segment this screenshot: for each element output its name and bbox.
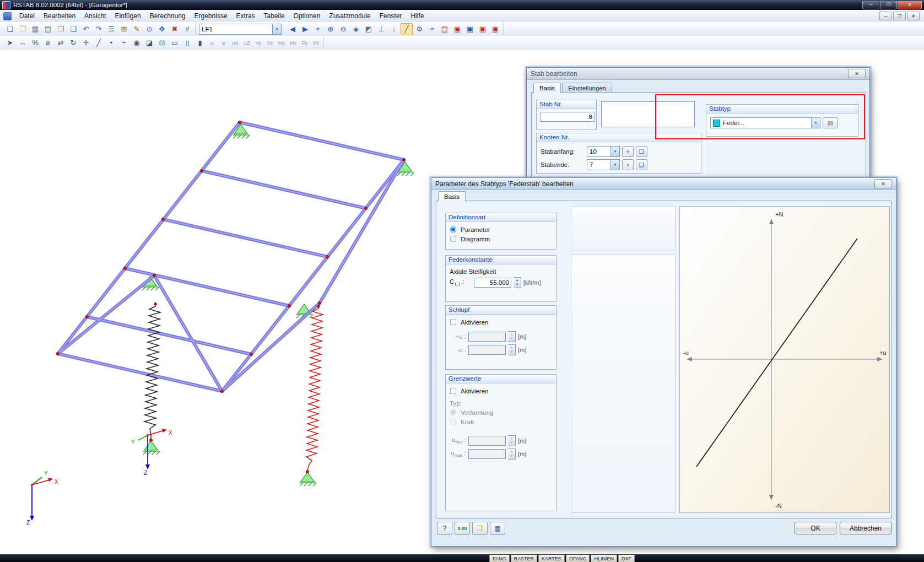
percent-snap-icon[interactable]: % bbox=[29, 37, 41, 49]
context-help-button[interactable]: ? bbox=[437, 522, 452, 535]
umin-spinner[interactable]: ▲▼ bbox=[508, 435, 516, 446]
diagramm-radio[interactable] bbox=[450, 236, 457, 242]
spring-member-black[interactable] bbox=[144, 302, 160, 440]
dialog-close-button[interactable]: ✕ bbox=[848, 69, 866, 78]
result-vz-toggle[interactable]: Vz bbox=[264, 37, 275, 49]
stab-nr-field[interactable] bbox=[541, 112, 595, 122]
stabende-combobox[interactable]: 7 ▼ bbox=[587, 159, 620, 170]
model-nodes[interactable] bbox=[56, 121, 405, 473]
rotate-icon[interactable]: ↻ bbox=[67, 37, 79, 49]
menu-item[interactable]: Fenster bbox=[375, 10, 407, 21]
umax-field[interactable] bbox=[468, 449, 506, 459]
move-icon[interactable]: ✛ bbox=[80, 37, 92, 49]
tab-einstellungen[interactable]: Einstellungen bbox=[562, 83, 612, 93]
result-vy-toggle[interactable]: Vy bbox=[253, 37, 264, 49]
show-supports-icon[interactable]: ⊥ bbox=[375, 23, 387, 35]
spring-member-red[interactable] bbox=[306, 304, 323, 471]
divide-member-icon[interactable]: ÷ bbox=[118, 37, 130, 49]
snap-toggle[interactable]: FANG bbox=[489, 555, 510, 562]
snap-toggle[interactable]: HLINIEN bbox=[591, 555, 617, 562]
loadcase-combobox[interactable]: LF1 ▼ bbox=[199, 24, 282, 35]
pick-node-button[interactable]: ⌖ bbox=[622, 146, 634, 157]
menu-item[interactable]: Optionen bbox=[289, 10, 325, 21]
open-file-icon[interactable]: ❐ bbox=[17, 23, 29, 35]
tab-basis[interactable]: Basis bbox=[533, 83, 561, 93]
dropdown-icon[interactable]: ▼ bbox=[610, 160, 619, 170]
result-phi-toggle[interactable]: φ bbox=[218, 37, 229, 49]
member-info-field[interactable] bbox=[601, 101, 695, 127]
save-icon[interactable]: ▦ bbox=[29, 23, 41, 35]
load-parameters-button[interactable]: ❐ bbox=[472, 522, 488, 535]
minus-u-spinner[interactable]: ▲▼ bbox=[508, 344, 516, 355]
save-parameters-button[interactable]: ▦ bbox=[490, 522, 505, 535]
copy-icon[interactable]: ❑ bbox=[67, 23, 79, 35]
parameter-radio[interactable] bbox=[450, 226, 457, 233]
zoom-in-icon[interactable]: ⊕ bbox=[325, 23, 337, 35]
zoom-window-icon[interactable]: ⊙ bbox=[143, 23, 155, 35]
export-pdf-icon[interactable]: ▣ bbox=[489, 23, 501, 35]
ok-button[interactable]: OK bbox=[795, 522, 836, 534]
render-model-icon[interactable]: ◩ bbox=[363, 23, 375, 35]
previous-loadcase-icon[interactable]: ◀ bbox=[287, 23, 299, 35]
pan-view-icon[interactable]: ✥ bbox=[156, 23, 168, 35]
new-node-button[interactable]: ❏ bbox=[636, 159, 647, 170]
minus-u-field[interactable] bbox=[468, 345, 506, 355]
dialog-titlebar[interactable]: Stab bearbeiten ✕ bbox=[527, 68, 869, 80]
result-ux-toggle[interactable]: uX bbox=[230, 37, 241, 49]
stabanfang-combobox[interactable]: 10 ▼ bbox=[587, 146, 620, 157]
menu-item[interactable]: Zusatzmodule bbox=[325, 10, 375, 21]
mirror-icon[interactable]: ⇄ bbox=[55, 37, 67, 49]
menu-item[interactable]: Extras bbox=[232, 10, 260, 21]
stiffness-spinner[interactable]: ▲▼ bbox=[514, 277, 521, 288]
snap-toggle[interactable]: KARTES bbox=[538, 555, 565, 562]
result-my-toggle[interactable]: My bbox=[276, 37, 287, 49]
new-file-icon[interactable]: ❏ bbox=[4, 23, 16, 35]
minimize-button[interactable]: ─ bbox=[862, 1, 879, 9]
result-pz-toggle[interactable]: Pz bbox=[311, 37, 322, 49]
result-mz-toggle[interactable]: Mz bbox=[288, 37, 299, 49]
new-member-icon[interactable]: ╱ bbox=[93, 37, 105, 49]
result-u-toggle[interactable]: u bbox=[207, 37, 218, 49]
show-loads-icon[interactable]: ↓ bbox=[388, 23, 400, 35]
print-preview-icon[interactable]: ❒ bbox=[55, 23, 67, 35]
zoom-out-icon[interactable]: ⊖ bbox=[337, 23, 349, 35]
edit-pen-icon[interactable]: ✎ bbox=[131, 23, 143, 35]
snap-grid-icon[interactable]: # bbox=[181, 23, 193, 35]
menu-item[interactable]: Tabelle bbox=[260, 10, 289, 21]
isometric-view-icon[interactable]: ◈ bbox=[350, 23, 362, 35]
tables-icon[interactable]: ⊞ bbox=[118, 23, 130, 35]
module-addon3-icon[interactable]: ▣ bbox=[477, 23, 489, 35]
umax-spinner[interactable]: ▲▼ bbox=[508, 448, 516, 460]
menu-item[interactable]: Einfügen bbox=[110, 10, 145, 21]
show-results-icon[interactable]: ≈ bbox=[426, 23, 438, 35]
visibility-icon[interactable]: ◉ bbox=[131, 37, 143, 49]
edit-member-type-button[interactable]: ▤ bbox=[823, 117, 838, 128]
plus-u-field[interactable] bbox=[468, 332, 506, 342]
mdi-minimize-button[interactable]: ─ bbox=[879, 12, 892, 20]
find-node-icon[interactable]: ⌖ bbox=[312, 23, 324, 35]
module-addon2-icon[interactable]: ▣ bbox=[464, 23, 476, 35]
verformung-radio[interactable] bbox=[450, 409, 457, 416]
print-icon[interactable]: ▤ bbox=[42, 23, 54, 35]
module-addon1-icon[interactable]: ▣ bbox=[451, 23, 463, 35]
next-loadcase-icon[interactable]: ▶ bbox=[299, 23, 311, 35]
menu-item[interactable]: Ansicht bbox=[80, 10, 110, 21]
dropdown-icon[interactable]: ▼ bbox=[610, 147, 619, 156]
pick-node-button[interactable]: ⌖ bbox=[622, 159, 634, 170]
view-xy-icon[interactable]: ▭ bbox=[169, 37, 181, 49]
menu-item[interactable]: Bearbeiten bbox=[39, 10, 80, 21]
snap-toggle[interactable]: DXF bbox=[618, 555, 635, 562]
kraft-radio[interactable] bbox=[450, 419, 457, 425]
mdi-restore-button[interactable]: ❐ bbox=[893, 12, 906, 20]
snap-toggle[interactable]: OFANG bbox=[566, 555, 590, 562]
dimension-icon[interactable]: ↔ bbox=[17, 37, 29, 49]
cancel-button[interactable]: Abbrechen bbox=[840, 522, 891, 534]
menu-item[interactable]: Datei bbox=[15, 10, 39, 21]
delete-icon[interactable]: ✖ bbox=[169, 23, 181, 35]
grenzwerte-aktivieren-checkbox[interactable] bbox=[450, 388, 457, 395]
measure-icon[interactable]: ⌀ bbox=[42, 37, 54, 49]
umin-field[interactable] bbox=[468, 436, 506, 446]
new-node-icon[interactable]: • bbox=[105, 37, 117, 49]
undo-icon[interactable]: ↶ bbox=[80, 23, 92, 35]
select-mode-icon[interactable]: ➤ bbox=[4, 37, 16, 49]
